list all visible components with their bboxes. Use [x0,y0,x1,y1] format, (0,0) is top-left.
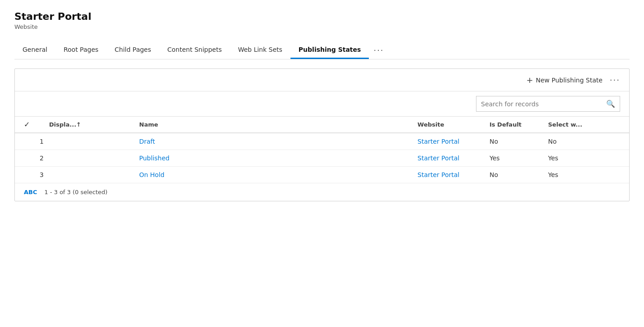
search-icon: 🔍 [606,100,615,108]
th-select-w[interactable]: Select w... [548,121,620,128]
row-name-link-0[interactable]: Draft [139,138,155,145]
tab-root-pages[interactable]: Root Pages [55,41,106,59]
row-num-2: 3 [24,171,49,178]
row-num-1: 2 [24,154,49,162]
content-area: + New Publishing State ··· 🔍 ✓ Displa...… [14,68,630,201]
row-website-link-1[interactable]: Starter Portal [417,154,459,162]
row-is-default-1: Yes [490,154,548,162]
tab-bar: General Root Pages Child Pages Content S… [14,41,630,59]
footer-count: 1 - 3 of 3 (0 selected) [45,189,108,195]
table-footer: ABC 1 - 3 of 3 (0 selected) [15,183,629,201]
row-name-0[interactable]: Draft [139,138,417,145]
footer-abc: ABC [24,189,37,195]
th-website[interactable]: Website [417,121,490,128]
tab-web-link-sets[interactable]: Web Link Sets [230,41,290,59]
plus-icon: + [526,75,533,85]
row-name-2[interactable]: On Hold [139,171,417,178]
table-row: 1 Draft Starter Portal No No [15,133,629,150]
th-is-default[interactable]: Is Default [490,121,548,128]
th-display[interactable]: Displa...↑ [49,121,139,128]
table-header: ✓ Displa...↑ Name Website Is Default Sel… [15,117,629,133]
search-input[interactable] [476,97,602,111]
row-num-0: 1 [24,138,49,145]
row-is-default-2: No [490,171,548,178]
row-website-link-2[interactable]: Starter Portal [417,171,459,178]
row-name-1[interactable]: Published [139,154,417,162]
th-check[interactable]: ✓ [24,120,49,129]
search-icon-button[interactable]: 🔍 [602,96,620,111]
row-name-link-2[interactable]: On Hold [139,171,164,178]
tab-publishing-states[interactable]: Publishing States [290,41,369,59]
tab-content-snippets[interactable]: Content Snippets [159,41,230,59]
tab-general[interactable]: General [14,41,55,59]
row-website-2[interactable]: Starter Portal [417,171,490,178]
row-select-w-0: No [548,138,620,145]
new-publishing-state-button[interactable]: + New Publishing State [526,75,603,85]
page-title: Starter Portal [14,11,630,23]
row-name-link-1[interactable]: Published [139,154,169,162]
row-website-1[interactable]: Starter Portal [417,154,490,162]
table-body: 1 Draft Starter Portal No No 2 Published… [15,133,629,183]
table-row: 3 On Hold Starter Portal No Yes [15,167,629,183]
row-select-w-2: Yes [548,171,620,178]
page-wrapper: Starter Portal Website General Root Page… [0,0,644,212]
toolbar: + New Publishing State ··· [15,69,629,91]
page-subtitle: Website [14,23,630,30]
row-select-w-1: Yes [548,154,620,162]
tabs-more-button[interactable]: ··· [369,41,388,59]
tab-child-pages[interactable]: Child Pages [107,41,159,59]
row-website-0[interactable]: Starter Portal [417,138,490,145]
toolbar-more-button[interactable]: ··· [610,75,620,85]
search-row: 🔍 [15,91,629,117]
search-box: 🔍 [476,96,620,112]
th-name[interactable]: Name [139,121,417,128]
table-row: 2 Published Starter Portal Yes Yes [15,150,629,167]
row-website-link-0[interactable]: Starter Portal [417,138,459,145]
row-is-default-0: No [490,138,548,145]
new-button-label: New Publishing State [536,77,603,84]
